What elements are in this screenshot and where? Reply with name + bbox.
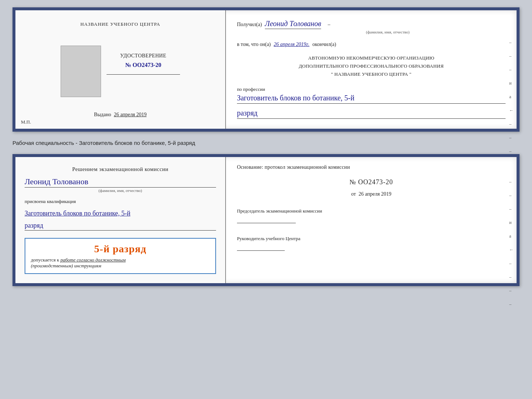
rank-handwritten-1: разряд	[237, 109, 506, 119]
rank-handwritten-2: разряд	[25, 222, 216, 231]
chairman-block: Председатель экзаменационной комиссии	[237, 208, 506, 223]
highlight-rank: 5-й разряд	[31, 243, 210, 255]
chairman-sign-line	[237, 223, 296, 223]
photo-placeholder	[61, 46, 101, 97]
signature-line-1	[107, 74, 180, 75]
director-block: Руководитель учебного Центра	[237, 236, 506, 251]
side-dashes-1: – – – и а ← – – – –	[509, 40, 514, 168]
basis-text: Основание: протокол экзаменационной коми…	[237, 164, 506, 170]
institution-name: НАЗВАНИЕ УЧЕБНОГО ЦЕНТРА	[80, 21, 160, 27]
org-block: АВТОНОМНУЮ НЕКОММЕРЧЕСКУЮ ОРГАНИЗАЦИЮ ДО…	[237, 54, 506, 78]
from-date: 26 апреля 2019	[359, 191, 391, 197]
profession-block: по профессии Заготовитель блоков по бота…	[237, 86, 506, 104]
exam-name-sublabel: (фамилия, имя, отчество)	[25, 188, 216, 193]
protocol-number: № OO2473-20	[237, 178, 506, 186]
director-sign-line	[237, 250, 285, 251]
allowed-text-block: допускается к работе согласно должностны…	[31, 257, 210, 269]
between-label: Рабочая специальность - Заготовитель бло…	[12, 138, 520, 147]
exam-card: Решением экзаменационной комиссии Леонид…	[12, 154, 520, 286]
qual-label: присвоена квалификация	[25, 199, 216, 204]
date-handwritten: 26 апреля 2019г.	[274, 42, 309, 47]
certificate-number: № OO2473-20	[125, 62, 161, 68]
from-date-block: от 26 апреля 2019	[237, 191, 506, 197]
allowed-text2: (производственным) инструкциям	[31, 263, 101, 268]
certificate-card: НАЗВАНИЕ УЧЕБНОГО ЦЕНТРА УДОСТОВЕРЕНИЕ №…	[12, 7, 520, 132]
exam-person-name: Леонид Толованов	[25, 177, 216, 188]
allowed-text: работе согласно должностным	[60, 257, 126, 263]
issued-date: 26 апреля 2019	[114, 112, 147, 117]
cert-left-panel: НАЗВАНИЕ УЧЕБНОГО ЦЕНТРА УДОСТОВЕРЕНИЕ №…	[15, 10, 226, 129]
profession-handwritten: Заготовитель блоков по ботанике, 5-й	[237, 94, 506, 104]
side-dashes-2: – – – и а ← – – – –	[509, 179, 514, 307]
issued-label: Выдано 26 апреля 2019	[94, 112, 147, 118]
qual-handwritten: Заготовитель блоков по ботанике, 5-й	[25, 210, 216, 217]
received-prefix: Получил(а)	[237, 22, 262, 28]
name-sublabel-1: (фамилия, имя, отчество)	[270, 30, 506, 34]
decision-text: Решением экзаменационной комиссии	[25, 166, 216, 172]
received-block: Получил(а) Леонид Толованов – (фамилия, …	[237, 19, 506, 34]
exam-right-panel: Основание: протокол экзаменационной коми…	[226, 157, 517, 283]
certificate-label: УДОСТОВЕРЕНИЕ	[120, 53, 166, 59]
date-block: в том, что он(а) 26 апреля 2019г. окончи…	[237, 42, 506, 47]
exam-left-panel: Решением экзаменационной комиссии Леонид…	[15, 157, 226, 283]
mp-label: М.П.	[21, 119, 31, 125]
recipient-name: Леонид Толованов	[265, 19, 321, 29]
highlight-box: 5-й разряд допускается к работе согласно…	[25, 238, 216, 274]
cert-right-panel: Получил(а) Леонид Толованов – (фамилия, …	[226, 10, 517, 129]
exam-name-block: Леонид Толованов (фамилия, имя, отчество…	[25, 177, 216, 193]
